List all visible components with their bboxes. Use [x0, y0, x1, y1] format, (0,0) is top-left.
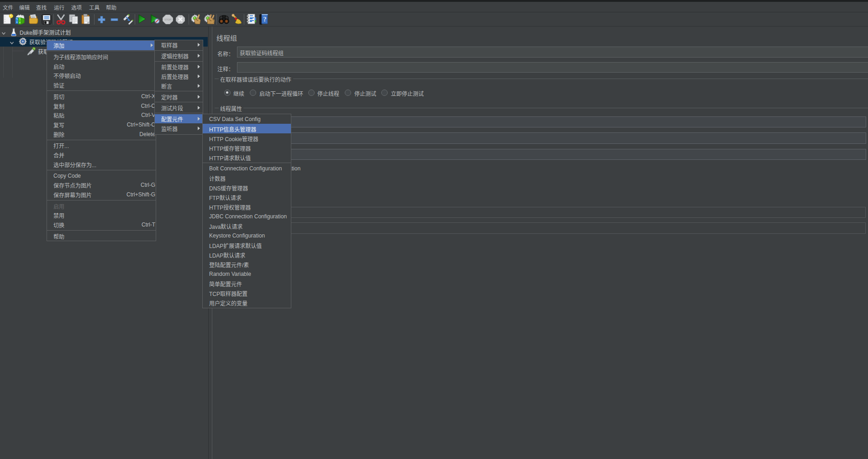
svg-text:STOP: STOP: [164, 18, 171, 21]
svg-text:?: ?: [263, 16, 267, 23]
